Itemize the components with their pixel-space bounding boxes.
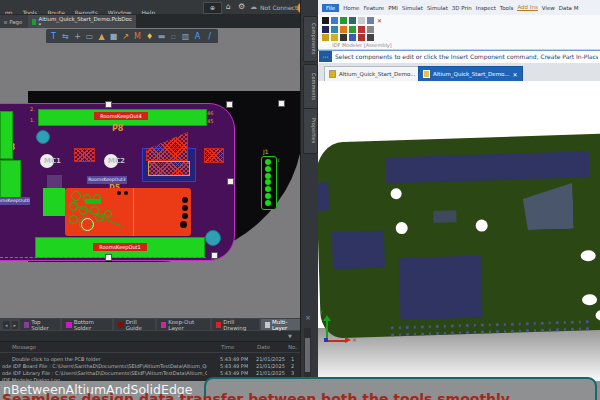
message-row[interactable]: ode IDF Library File : C:\Users\SarithaD… (0, 370, 300, 377)
ribbon-tab-feature-2[interactable]: Feature (363, 5, 384, 11)
through-hole-pad (71, 191, 81, 201)
idf-tool-icon-1-3[interactable] (349, 26, 356, 33)
3d-pin-hole (458, 331, 461, 334)
close-icon[interactable]: ✕ (513, 71, 518, 78)
idf-tool-icon-1-4[interactable] (358, 26, 365, 33)
message-text: ode IDF Board File : C:\Users\SarithaD\D… (2, 363, 207, 369)
3d-pcb-board[interactable] (318, 133, 600, 338)
idf-tool-icon-2-2[interactable] (340, 34, 347, 41)
caption-red-clipped: Seamless design data transfer between bo… (2, 391, 510, 400)
comment-bubble-icon[interactable]: ⊕ (203, 2, 222, 14)
ribbon-tab-view-10[interactable]: View (542, 5, 555, 11)
ribbon-tab-simulat-4[interactable]: Simulat (402, 5, 423, 11)
ribbon-tab-file-0[interactable]: File (322, 4, 339, 12)
selection-handle[interactable] (105, 101, 112, 108)
idf-tool-icon-2-1[interactable] (331, 34, 338, 41)
pad-ring (81, 218, 94, 231)
ribbon-tab-3d-prin-6[interactable]: 3D Prin (452, 5, 472, 11)
idf-tool-icon-0-5[interactable] (367, 17, 374, 24)
drill-hole (182, 205, 188, 211)
panel-tab-comments[interactable]: Comments (303, 64, 318, 110)
panel-tab-components[interactable]: Components (303, 16, 318, 62)
text-tool-icon[interactable]: T (49, 30, 58, 43)
ribbon-tab-inspect-7[interactable]: Inspect (476, 5, 496, 11)
ribbon-tab-pmi-3[interactable]: PMI (388, 5, 398, 11)
idf-tool-icon-1-1[interactable] (331, 26, 338, 33)
idf-tool-icon-2-3[interactable] (349, 34, 356, 41)
selection-handle[interactable] (105, 254, 112, 261)
messages-header-date: Date (257, 344, 270, 350)
idf-tool-icon-0-3[interactable] (349, 17, 356, 24)
layer-tab-keep-out-layer[interactable]: Keep-Out Layer (157, 319, 210, 330)
idf-tool-icon-0-2[interactable] (340, 17, 347, 24)
loop-tool-icon[interactable]: ⇆ (61, 30, 70, 43)
line-tool-icon[interactable]: / (205, 30, 214, 43)
pour-tool-icon[interactable]: ▲ (97, 30, 106, 43)
idf-tool-icon-0-4[interactable] (358, 17, 365, 24)
selection-handle[interactable] (226, 101, 233, 108)
solidedge-document-tabbar: Altium_Quick_Start_Demo...✕Altium_Quick_… (318, 63, 600, 82)
prompt-menu-button[interactable]: ⋯ (319, 51, 332, 62)
delete-icon[interactable]: ✕ (376, 17, 383, 24)
ribbon-tab-simulat-5[interactable]: Simulat (427, 5, 448, 11)
message-row[interactable]: ode IDF Board File : C:\Users\SarithaD\D… (0, 363, 300, 370)
3d-keepout-volume (318, 182, 329, 210)
measure-tool-icon[interactable]: ↗ (121, 30, 130, 43)
layer-tool-icon[interactable]: ▬ (157, 30, 166, 43)
layer-scroll-right-icon[interactable]: ▸ (12, 321, 19, 329)
solidedge-3d-viewport[interactable]: Y × (318, 81, 600, 400)
3d-pin-hole (391, 326, 394, 329)
tab-home-page-label: e Page (4, 19, 22, 25)
idf-tool-icon-2-4[interactable] (358, 34, 365, 41)
string-tool-icon[interactable]: A (193, 30, 202, 43)
ribbon-tab-data-m-11[interactable]: Data M (559, 5, 579, 11)
layer-tab-drill-drawing[interactable]: Drill Drawing (212, 319, 259, 330)
gear-icon[interactable]: ⚙ (238, 2, 245, 11)
layer-tab-drill-guide[interactable]: Drill Guide (114, 319, 155, 330)
dimension-tool-icon[interactable]: M (133, 30, 142, 43)
connector-j1[interactable] (261, 156, 277, 210)
designator-mc2: MC2 (108, 157, 125, 165)
ribbon-tab-tools-8[interactable]: Tools (500, 5, 514, 11)
altium-pcb-viewport[interactable]: RoomsKeepOut4 2. 1. 46 45 P8 P3 MC1 MC2 … (0, 43, 300, 318)
triad-y-axis (326, 319, 328, 340)
se-doc-tab-1[interactable]: Altium_Quick_Start_Demo...✕ (324, 66, 429, 82)
selection-handle[interactable] (211, 252, 218, 259)
panel-tab-properties[interactable]: Properties (303, 108, 318, 154)
disabled-tool-icon[interactable]: ▫ (169, 30, 178, 43)
3d-pin-hole (488, 323, 491, 326)
fill-tool-icon[interactable]: ■ (109, 30, 118, 43)
3d-pin-hole (473, 324, 476, 327)
selection-handle[interactable] (227, 178, 234, 185)
crosshair-tool-icon[interactable]: + (73, 30, 82, 43)
ribbon-tab-add-ins-9[interactable]: Add Ins (517, 4, 537, 11)
grid-tool-icon[interactable]: ▥ (181, 30, 190, 43)
layer-scroll-left-icon[interactable]: ◂ (3, 321, 10, 329)
solidedge-ribbon-tabs: FileHomeFeaturePMISimulatSimulat3D PrinI… (318, 0, 600, 16)
home-icon[interactable]: ⌂ (226, 2, 231, 11)
idf-tool-icon-2-5[interactable] (367, 34, 374, 41)
idf-tool-icon-1-5[interactable] (367, 26, 374, 33)
ribbon-tab-home-1[interactable]: Home (343, 5, 359, 11)
layer-tab-top-solder[interactable]: Top Solder (20, 319, 60, 330)
idf-tool-icon-0-0[interactable] (322, 17, 329, 24)
pin-tool-icon[interactable]: ♦ (145, 30, 154, 43)
dropdown-arrow-icon[interactable]: ▼ (288, 333, 292, 339)
idf-tool-icon-0-1[interactable] (331, 17, 338, 24)
tab-pcbdoc[interactable]: Altium_Quick_Start_Demo.PcbDoc * (28, 15, 136, 28)
3d-pin-hole (503, 330, 506, 333)
selection-handle[interactable] (278, 100, 285, 107)
idf-tool-icon-1-0[interactable] (322, 26, 329, 33)
3d-pin-hole (571, 328, 574, 331)
close-icon[interactable]: × (305, 314, 311, 322)
layer-tab-multi-layer[interactable]: Multi-Layer (261, 319, 303, 330)
keepout4-label: RoomsKeepOut4 (94, 112, 148, 120)
layer-tab-bottom-solder[interactable]: Bottom Solder (62, 319, 112, 330)
component-footprint-red[interactable] (65, 188, 191, 236)
rect-tool-icon[interactable]: ▭ (85, 30, 94, 43)
message-row[interactable]: Double click to open the PCB folder5:43:… (0, 356, 300, 363)
se-doc-tab-2[interactable]: Altium_Quick_Start_Demo...✕ (418, 66, 523, 82)
idf-tool-icon-1-2[interactable] (340, 26, 347, 33)
idf-tool-icon-2-0[interactable] (322, 34, 329, 41)
scrollbar-thumb[interactable] (305, 338, 310, 372)
